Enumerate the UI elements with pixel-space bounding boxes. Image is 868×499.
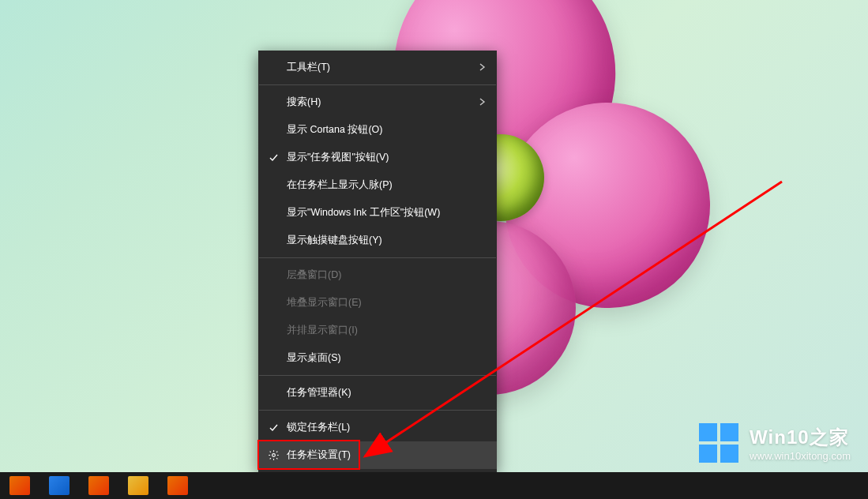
menu-item-label: 显示 Cortana 按钮(O) xyxy=(287,123,382,137)
menu-separator xyxy=(259,84,496,85)
menu-item-stack-windows: 堆叠显示窗口(E) xyxy=(258,289,497,317)
menu-item-label: 显示"任务视图"按钮(V) xyxy=(287,151,389,164)
check-icon xyxy=(268,152,279,163)
windows-logo-icon xyxy=(699,423,738,463)
taskbar-app-icon[interactable] xyxy=(88,476,109,495)
menu-item-lock-taskbar[interactable]: 锁定任务栏(L) xyxy=(258,414,497,441)
menu-item-label: 任务管理器(K) xyxy=(287,386,351,400)
taskbar-app-icon[interactable] xyxy=(128,476,148,495)
menu-item-label: 显示桌面(S) xyxy=(287,351,341,365)
taskbar-app-icon[interactable] xyxy=(167,476,188,495)
menu-item-side-by-side: 并排显示窗口(I) xyxy=(258,317,497,344)
menu-item-cascade-windows: 层叠窗口(D) xyxy=(258,261,497,289)
taskbar[interactable] xyxy=(0,472,868,499)
desktop-background: 工具栏(T) 搜索(H) 显示 Cortana 按钮(O) 显示"任务视图"按钮… xyxy=(0,0,868,499)
watermark-title: Win10之家 xyxy=(750,425,851,450)
menu-item-toolbars[interactable]: 工具栏(T) xyxy=(258,54,497,81)
check-icon xyxy=(268,422,279,433)
menu-item-label: 显示触摸键盘按钮(Y) xyxy=(287,234,382,247)
taskbar-pinned-apps xyxy=(9,476,188,495)
menu-item-show-task-view[interactable]: 显示"任务视图"按钮(V) xyxy=(258,144,497,171)
menu-item-label: 搜索(H) xyxy=(287,96,321,109)
taskbar-context-menu: 工具栏(T) 搜索(H) 显示 Cortana 按钮(O) 显示"任务视图"按钮… xyxy=(258,51,497,472)
menu-item-show-ink-workspace[interactable]: 显示"Windows Ink 工作区"按钮(W) xyxy=(258,199,497,227)
menu-item-taskbar-settings[interactable]: 任务栏设置(T) xyxy=(258,441,497,469)
menu-item-show-touch-keyboard[interactable]: 显示触摸键盘按钮(Y) xyxy=(258,227,497,254)
menu-item-show-cortana[interactable]: 显示 Cortana 按钮(O) xyxy=(258,116,497,144)
menu-item-label: 锁定任务栏(L) xyxy=(287,421,350,434)
menu-item-show-people[interactable]: 在任务栏上显示人脉(P) xyxy=(258,171,497,199)
menu-item-show-desktop[interactable]: 显示桌面(S) xyxy=(258,344,497,372)
menu-item-label: 层叠窗口(D) xyxy=(287,268,341,282)
menu-separator xyxy=(259,375,496,376)
menu-item-label: 显示"Windows Ink 工作区"按钮(W) xyxy=(287,206,440,219)
menu-item-label: 并排显示窗口(I) xyxy=(287,324,358,337)
menu-separator xyxy=(259,410,496,411)
menu-item-label: 在任务栏上显示人脉(P) xyxy=(287,178,393,192)
watermark-url: www.win10xitong.com xyxy=(750,450,851,462)
menu-item-search[interactable]: 搜索(H) xyxy=(258,88,497,116)
svg-point-0 xyxy=(272,454,275,457)
menu-item-label: 工具栏(T) xyxy=(287,61,330,74)
gear-icon xyxy=(267,449,280,462)
chevron-right-icon xyxy=(479,98,486,107)
taskbar-app-icon[interactable] xyxy=(49,476,70,495)
menu-item-label: 任务栏设置(T) xyxy=(287,448,351,462)
watermark: Win10之家 www.win10xitong.com xyxy=(699,423,851,463)
chevron-right-icon xyxy=(479,63,486,73)
menu-item-label: 堆叠显示窗口(E) xyxy=(287,296,362,310)
taskbar-app-icon[interactable] xyxy=(9,476,30,495)
menu-separator xyxy=(259,257,496,258)
menu-item-task-manager[interactable]: 任务管理器(K) xyxy=(258,379,497,407)
